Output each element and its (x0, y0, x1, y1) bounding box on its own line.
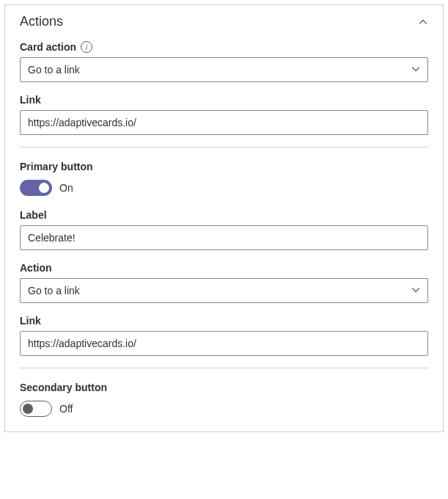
primary-button-action-select[interactable]: Go to a link (20, 278, 428, 303)
primary-button-label-fieldlabel: Label (20, 209, 428, 221)
primary-button-link-label: Link (20, 315, 428, 327)
card-action-link-input[interactable] (20, 110, 428, 135)
chevron-down-icon (411, 64, 420, 76)
divider (20, 368, 428, 368)
panel-body: Card action i Go to a link Link Primary … (5, 35, 443, 431)
card-action-label: Card action i (20, 41, 428, 53)
primary-button-action-field: Action Go to a link (20, 262, 428, 303)
toggle-thumb (39, 183, 49, 193)
primary-button-title: Primary button (20, 161, 428, 172)
info-icon[interactable]: i (81, 41, 92, 53)
secondary-button-toggle[interactable] (20, 401, 52, 417)
primary-button-link-field: Link (20, 315, 428, 356)
primary-button-toggle[interactable] (20, 180, 52, 196)
primary-button-action-label: Action (20, 262, 428, 274)
card-action-select-value: Go to a link (28, 64, 80, 76)
divider (20, 147, 428, 147)
secondary-button-toggle-row: Off (20, 401, 428, 417)
card-action-field: Card action i Go to a link (20, 41, 428, 82)
toggle-thumb (23, 404, 33, 414)
actions-panel: Actions Card action i Go to a link Link (4, 4, 444, 432)
card-action-select[interactable]: Go to a link (20, 57, 428, 82)
card-action-link-label: Link (20, 94, 428, 106)
chevron-down-icon (411, 285, 420, 296)
chevron-up-icon[interactable] (418, 17, 428, 27)
primary-button-toggle-label: On (59, 182, 73, 194)
secondary-button-title: Secondary button (20, 382, 428, 393)
primary-button-toggle-row: On (20, 180, 428, 196)
card-action-link-field: Link (20, 94, 428, 135)
secondary-button-toggle-label: Off (59, 403, 73, 415)
primary-button-label-input[interactable] (20, 225, 428, 250)
card-action-label-text: Card action (20, 41, 76, 53)
panel-title: Actions (20, 14, 63, 29)
panel-header[interactable]: Actions (5, 5, 443, 35)
primary-button-label-field: Label (20, 209, 428, 250)
primary-button-link-input[interactable] (20, 331, 428, 356)
primary-button-action-select-value: Go to a link (28, 285, 80, 296)
